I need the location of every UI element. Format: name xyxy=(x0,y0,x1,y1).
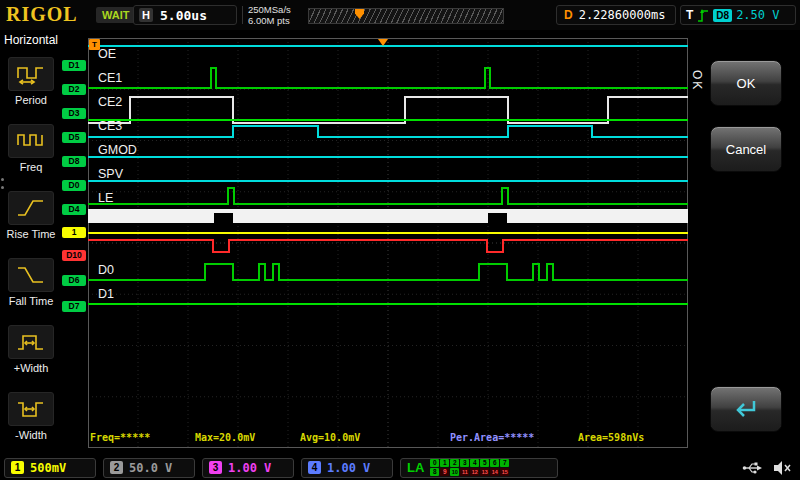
timebase-value: 5.00us xyxy=(160,8,207,23)
channel-tag-d2[interactable]: D2 xyxy=(62,84,86,95)
waveform-canvas: OECE1CE2CE3GMODSPVLED0D1 xyxy=(88,38,688,448)
svg-text:LE: LE xyxy=(98,191,113,205)
la-channel-grid: 0123456789101112131415 xyxy=(430,459,509,476)
trigger-position-marker-icon[interactable] xyxy=(355,9,364,19)
channel-3-status[interactable]: 3 1.00 V xyxy=(202,458,294,478)
la-channel-14: 14 xyxy=(490,468,499,476)
system-icons xyxy=(742,460,800,476)
memory-depth: 6.00M pts xyxy=(248,15,291,26)
channel-tag-d1[interactable]: D1 xyxy=(62,60,86,71)
channel-4-badge: 4 xyxy=(308,461,321,474)
svg-text:CE3: CE3 xyxy=(98,119,122,133)
ok-button[interactable]: OK xyxy=(710,60,782,106)
waveform-display-area: OECE1CE2CE3GMODSPVLED0D1 T Freq=*****Max… xyxy=(88,38,688,448)
la-channel-4: 4 xyxy=(470,459,479,467)
digital-channel-tags: D1D2D3D5D8D0D41D10D6D7 xyxy=(61,38,87,448)
sidebar-item-rise-time[interactable]: Rise Time xyxy=(0,182,62,249)
measurement-readout: Max=20.0mV xyxy=(195,432,255,443)
la-channel-13: 13 xyxy=(480,468,489,476)
la-channel-2: 2 xyxy=(450,459,459,467)
horizontal-label: H xyxy=(139,8,153,22)
la-channel-12: 12 xyxy=(470,468,479,476)
sidebar-item-label: Fall Time xyxy=(9,295,54,307)
sidebar-item-label: +Width xyxy=(14,362,49,374)
horizontal-position-bar[interactable] xyxy=(308,8,504,24)
sidebar-item-freq[interactable]: Freq xyxy=(0,115,62,182)
top-status-bar: RIGOL WAIT H 5.00us 250MSa/s 6.00M pts D… xyxy=(0,0,800,30)
svg-text:OE: OE xyxy=(98,47,116,61)
sidebar-item-label: Rise Time xyxy=(7,228,56,240)
channel-tag-d4[interactable]: D4 xyxy=(62,204,86,215)
channel-1-status[interactable]: 1 500mV xyxy=(4,458,96,478)
rise-time-icon xyxy=(8,191,54,225)
svg-text:D1: D1 xyxy=(98,287,114,301)
svg-text:GMOD: GMOD xyxy=(98,143,137,157)
usb-icon xyxy=(742,460,764,476)
la-channel-0: 0 xyxy=(430,459,439,467)
channel-tag-d10[interactable]: D10 xyxy=(62,250,86,261)
acquisition-info: 250MSa/s 6.00M pts xyxy=(248,4,291,26)
minus-width-icon xyxy=(8,392,54,426)
rising-edge-icon xyxy=(697,7,709,23)
svg-text:CE2: CE2 xyxy=(98,95,122,109)
trigger-position-icon[interactable] xyxy=(378,39,388,46)
sidebar-item-plus-width[interactable]: +Width xyxy=(0,316,62,383)
horizontal-menu-sidebar: Horizontal Period Freq Rise Time Fall Ti… xyxy=(0,30,62,455)
sidebar-item-label: -Width xyxy=(15,429,47,441)
la-channel-8: 8 xyxy=(430,468,439,476)
channel-1-badge: 1 xyxy=(11,461,24,474)
channel-1-scale: 500mV xyxy=(30,461,66,475)
la-channel-7: 7 xyxy=(500,459,509,467)
trigger-source-badge: D8 xyxy=(713,9,732,22)
menu-title-vertical: OK xyxy=(690,70,704,91)
channel-3-badge: 3 xyxy=(209,461,222,474)
delay-readout[interactable]: D 2.22860000ms xyxy=(556,5,676,25)
svg-text:D0: D0 xyxy=(98,263,114,277)
sidebar-item-fall-time[interactable]: Fall Time xyxy=(0,249,62,316)
channel-tag-d0[interactable]: D0 xyxy=(62,180,86,191)
acquisition-status-badge: WAIT xyxy=(96,7,136,23)
trigger-readout[interactable]: T D8 2.50 V xyxy=(680,5,796,25)
svg-text:SPV: SPV xyxy=(98,167,124,181)
plus-width-icon xyxy=(8,325,54,359)
la-channel-9: 9 xyxy=(440,468,449,476)
sidebar-item-label: Freq xyxy=(20,161,43,173)
delay-value: 2.22860000ms xyxy=(579,8,666,22)
speaker-muted-icon xyxy=(772,460,792,476)
freq-waveform-icon xyxy=(8,124,54,158)
channel-tag-d7[interactable]: D7 xyxy=(62,301,86,312)
sidebar-title: Horizontal xyxy=(0,30,62,48)
la-channel-6: 6 xyxy=(490,459,499,467)
channel-4-status[interactable]: 4 1.00 V xyxy=(301,458,393,478)
sidebar-item-minus-width[interactable]: -Width xyxy=(0,383,62,450)
trigger-corner-marker: T xyxy=(89,39,100,50)
return-button[interactable] xyxy=(710,386,782,432)
la-channel-3: 3 xyxy=(460,459,469,467)
trigger-label: T xyxy=(686,8,693,22)
svg-text:CE1: CE1 xyxy=(98,71,122,85)
channel-2-badge: 2 xyxy=(110,461,123,474)
fall-time-icon xyxy=(8,258,54,292)
channel-tag-d6[interactable]: D6 xyxy=(62,275,86,286)
la-label: LA xyxy=(407,460,424,475)
sidebar-item-label: Period xyxy=(15,94,47,106)
horizontal-timebase-readout[interactable]: H 5.00us xyxy=(133,5,237,25)
measurement-readout: Freq=***** xyxy=(90,432,150,443)
menu-page-indicator xyxy=(1,178,4,189)
cancel-button[interactable]: Cancel xyxy=(710,126,782,172)
channel-2-status[interactable]: 2 50.0 V xyxy=(103,458,195,478)
measurement-readout: Area=598nVs xyxy=(578,432,644,443)
sidebar-item-period[interactable]: Period xyxy=(0,48,62,115)
channel-tag-d5[interactable]: D5 xyxy=(62,132,86,143)
logic-analyzer-status[interactable]: LA 0123456789101112131415 xyxy=(400,458,558,478)
channel-2-scale: 50.0 V xyxy=(129,461,172,475)
sample-rate: 250MSa/s xyxy=(248,4,291,15)
channel-3-scale: 1.00 V xyxy=(228,461,271,475)
la-channel-5: 5 xyxy=(480,459,489,467)
channel-tag-d3[interactable]: D3 xyxy=(62,108,86,119)
channel-status-bar: 1 500mV 2 50.0 V 3 1.00 V 4 1.00 V LA 01… xyxy=(0,455,800,480)
measurement-readout: Per.Area=***** xyxy=(450,432,534,443)
channel-tag-d8[interactable]: D8 xyxy=(62,156,86,167)
la-channel-10: 10 xyxy=(450,468,459,476)
channel-tag-1[interactable]: 1 xyxy=(62,227,86,238)
